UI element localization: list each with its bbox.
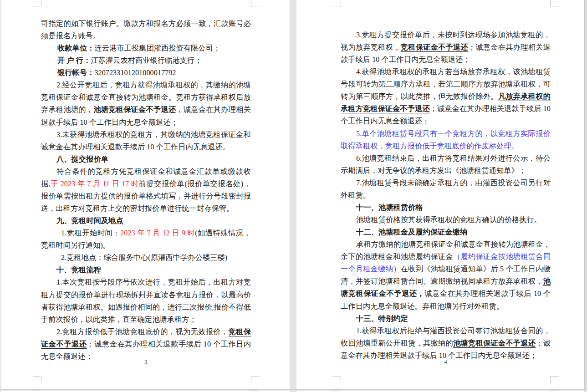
text-segment: 池 <box>543 277 551 285</box>
crop-mark-bottom-right <box>550 377 559 383</box>
text-segment: 塘竞租保证金不予退还， <box>341 289 425 298</box>
text-line: 2.竞租地点：综合服务中心(原灌西中学办公楼三楼) <box>61 251 251 264</box>
text-segment: 租方提交的报价单进行现场拆封并宣读各竞租方报价，以最高价 <box>41 290 251 299</box>
text-segment: 竞租保证金不予退还 <box>401 43 468 51</box>
text-line: 2.经公开竞租后，竞租方获得池塘承租权的，其缴纳的池塘 <box>56 79 251 91</box>
text-line: 证金不予退还；诚意金在其办理相关退款手续后 10 个工作日内 <box>41 338 251 350</box>
crop-mark-bottom-right <box>251 377 260 383</box>
text-line: 取得承租权，竞租方报价低于竞租底价的作废标处理。 <box>341 140 551 152</box>
text-segment: 承租方缴纳的池塘竞租保证金和诚意金直接转为池塘租金， <box>356 240 551 249</box>
text-segment: 十三、特别约定 <box>356 314 408 323</box>
text-line: 款手续后 10 个工作日内无息全额退还； <box>341 53 551 66</box>
text-segment: 银行帐号： <box>57 68 94 77</box>
text-segment: 2.经公开竞租后，竞租方获得池塘承租权的，其缴纳的池塘 <box>56 81 251 89</box>
text-line: 十二、池塘租金及履约保证金缴纳 <box>356 226 551 238</box>
text-segment: (如遇特殊情况， <box>195 229 251 237</box>
text-line: 司指定的如下银行账户。缴款方和报名方必须一致，汇款账号必 <box>41 17 251 30</box>
text-segment: 须是报名方账号。 <box>41 31 100 40</box>
crop-mark <box>550 391 558 391</box>
text-line: 须是报名方账号。 <box>41 30 251 42</box>
crop-mark-bottom-left <box>332 377 341 383</box>
text-segment: 者获得池塘承租权。如遇报价相同的，进行二次报价,报价不得低 <box>41 303 251 311</box>
text-segment: 证金不予退还 <box>41 340 87 348</box>
text-segment: ；诚 <box>536 339 551 347</box>
text-line: 池塘租赁价格按其获得承租权的竞租方确认的价格执行。 <box>356 214 551 226</box>
text-segment: 在收到《池塘租赁通知单》后 5 个工作日内缴 <box>401 265 551 273</box>
text-line: 十一、池塘租赁价格 <box>356 201 551 214</box>
text-line: 九、竞租时间及地点 <box>56 214 251 227</box>
text-segment: 收回池塘重新公开租赁，其缴纳的 <box>341 339 453 347</box>
text-segment: 竞租时间另行通知)。 <box>41 241 110 249</box>
text-segment: 外租赁。 <box>341 191 370 199</box>
text-line: 视为放弃竞租权，竞租保证金不予退还；诚意金在其办理相关退 <box>341 41 551 53</box>
text-line: 开 户 行：江苏灌云农村商业银行临港支行； <box>57 54 251 66</box>
text-segment: 6.池塘竞租结束后，出租方将竞租结果对外进行公示，待公 <box>356 154 551 163</box>
text-segment: 池塘竞租保证金不予退还 <box>453 339 536 347</box>
crop-mark-top-left <box>332 0 341 6</box>
text-segment: 示期满后，对无争议的承租方发出《池塘租赁通知单》； <box>341 166 526 175</box>
text-segment: 一个月租金缴纳） <box>341 265 401 273</box>
text-segment: 号段可转为第二顺序方承租，若第二顺序方放弃池塘承租权，可 <box>341 80 551 88</box>
text-line: 租方提交的报价单进行现场拆封并宣读各竞租方报价，以最高价 <box>41 289 251 301</box>
text-line: 一个月租金缴纳）在收到《池塘租赁通知单》后 5 个工作日内缴 <box>341 263 551 275</box>
text-segment: 退款手续后 10 个工作日内无息全额退还； <box>41 118 178 127</box>
text-segment: 4.获得池塘承租权的承租方若当场放弃承租权，该池塘租赁 <box>356 67 551 76</box>
text-line: 收回池塘重新公开租赁，其缴纳的池塘竞租保证金不予退还；诚 <box>341 337 551 349</box>
text-line: 4.获得池塘承租权的承租方若当场放弃承租权，该池塘租赁 <box>356 66 551 78</box>
text-line: 1.竞租开始时间：2023 年 7 月 12 日 9 时(如遇特殊情况， <box>61 227 251 239</box>
text-segment: 十、竞租流程 <box>56 265 101 274</box>
text-line: 5.单个池塘租赁号段只有一个竞租方的，以竞租方实际报价 <box>356 127 551 140</box>
text-line: 竞租时间另行通知)。 <box>41 239 251 251</box>
crop-mark <box>332 391 341 391</box>
text-line: 示期满后，对无争议的承租方发出《池塘租赁通知单》； <box>341 164 551 177</box>
text-line: 诚意金在其办理相关退款手续后 10 个工作日内无息退还。 <box>41 141 251 153</box>
text-segment: 据, <box>41 179 51 188</box>
text-segment: 于前次报价，以此类推，直至确定池塘承租方； <box>41 315 197 324</box>
text-line: 承租方缴纳的池塘竞租保证金和诚意金直接转为池塘租金， <box>356 238 551 250</box>
text-segment: 弃承租池塘的， <box>41 105 93 114</box>
text-segment: 报价单需按出租方提供的报价单格式填写，并进行分号段密封报 <box>41 192 251 200</box>
text-segment: 诚意金在其办理相关退款手续后 10 个工作日内无息退还。 <box>41 143 230 151</box>
text-segment: 视为放弃竞租权， <box>341 43 401 51</box>
text-segment: 5.单个池塘租赁号段只有一个竞租方的，以竞租方实际报价 <box>356 129 551 138</box>
text-segment: 3.未获得池塘承租权的竞租方，其缴纳的池塘竞租保证金和 <box>56 130 251 139</box>
page-number: 4 <box>341 358 551 366</box>
crop-mark-bottom-left <box>33 377 41 383</box>
text-line: 1.本次竞租按号段序号依次进行，竞租开始后，出租方对竞 <box>56 276 251 288</box>
text-line: 3.竞租方提交报价单后，未按时到达现场参加池塘竞租的， <box>356 29 551 41</box>
text-segment: 1.竞租开始时间： <box>61 229 120 237</box>
text-segment: 2023 年 7 月 12 日 9 时 <box>120 229 195 237</box>
text-line: 余下的池塘租金和池塘履约保证金（履约保证金按池塘租赁合同 <box>341 250 551 263</box>
text-line: 弃承租池塘的，池塘竞租保证金不予退还，诚意金在其办理相关 <box>41 103 251 116</box>
text-line: 据,于 2023 年 7 月 11 日 17 时前提交报价单(报价单交报名处)， <box>41 178 251 190</box>
text-line: 7.池塘租赁号段未能确定承租方的，由灌西投资公司另行对 <box>356 177 551 189</box>
text-line: 符合条件的竞租方凭竞租保证金和诚意金汇款单或缴款收 <box>56 165 251 178</box>
text-line: 塘竞租保证金不予退还，诚意金在其办理相关退款手续后 10 个 <box>341 287 551 300</box>
text-segment: ；诚意金在其办理相关退款手续后 10 <box>430 104 551 113</box>
page-number: 3 <box>41 358 251 366</box>
text-segment: 十一、池塘租赁价格 <box>356 203 423 212</box>
text-line: 十三、特别约定 <box>356 312 551 325</box>
text-segment: 2.竞租地点：综合服务中心(原灌西中学办公楼三楼) <box>61 253 227 262</box>
crop-mark <box>33 391 41 391</box>
text-line: 号段可转为第二顺序方承租，若第二顺序方放弃池塘承租权，可 <box>341 78 551 90</box>
text-segment: ；诚意金在其办理相关退款手续后 10 个工作日内 <box>87 340 251 348</box>
text-segment: 送，出租方对竞租方上交的密封报价单进行统一封存保管。 <box>41 204 234 213</box>
text-segment: 江苏灌云农村商业银行临港支行； <box>91 56 202 65</box>
text-line: 转为第三顺序方，以此类推，但无效报价除外。凡放弃承租权的 <box>341 90 551 102</box>
text-segment: 款手续后 10 个工作日内无息全额退还； <box>341 55 470 64</box>
text-segment: 司指定的如下银行账户。缴款方和报名方必须一致，汇款账号必 <box>41 19 251 28</box>
crop-mark-top-right <box>251 0 260 6</box>
text-segment: 诚意金在其办理相关退款手续后 10 个 <box>425 289 551 298</box>
text-line: 报价单需按出租方提供的报价单格式填写，并进行分号段密封报 <box>41 190 251 202</box>
text-line: 3.未获得池塘承租权的竞租方，其缴纳的池塘竞租保证金和 <box>56 128 251 141</box>
text-line: 6.池塘竞租结束后，出租方将竞租结果对外进行公示，待公 <box>356 152 551 164</box>
text-segment: 于 2023 年 7 月 11 日 17 时 <box>51 179 139 188</box>
text-segment: 清，并签订池塘租赁合同。逾期缴纳视同承租方放弃承租权， <box>341 277 543 285</box>
text-segment: 九、竞租时间及地点 <box>56 216 123 225</box>
crop-mark-top-left <box>33 0 41 6</box>
text-line: 个工作日内无息全额退还； <box>341 115 551 127</box>
text-segment: 3.竞租方提交报价单后，未按时到达现场参加池塘竞租的， <box>356 31 551 39</box>
text-line: 收款单位：连云港市工投集团灌西投资有限公司； <box>57 42 251 54</box>
text-segment: 符合条件的竞租方凭竞租保证金和诚意金汇款单或缴款收 <box>56 167 251 176</box>
